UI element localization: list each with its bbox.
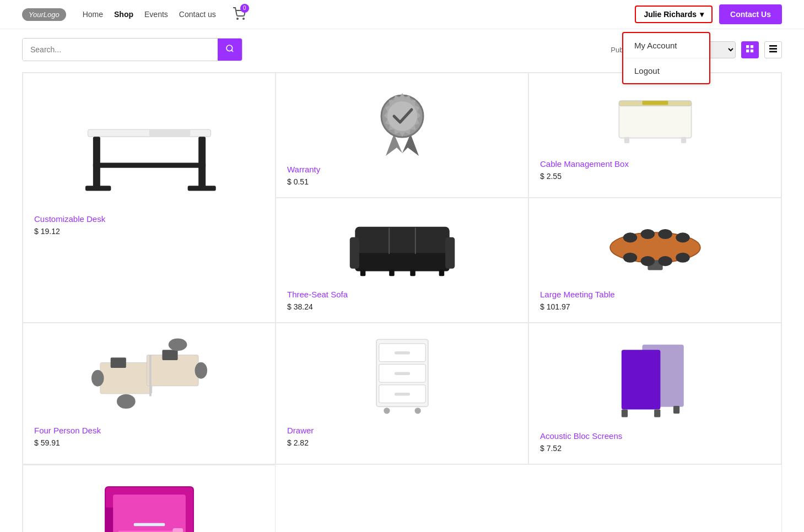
product-image-drawer	[287, 334, 517, 417]
svg-rect-8	[769, 45, 777, 47]
dropdown-my-account[interactable]: My Account	[623, 33, 709, 58]
svg-point-44	[623, 253, 636, 263]
svg-point-45	[640, 256, 654, 266]
dropdown-arrow-icon: ▾	[700, 10, 704, 19]
svg-rect-74	[133, 523, 164, 526]
svg-rect-37	[439, 270, 444, 276]
svg-rect-30	[349, 237, 359, 269]
svg-rect-9	[769, 48, 777, 50]
product-card-individual: Individual Workplace $ 22.56	[23, 465, 276, 532]
svg-rect-10	[769, 51, 777, 52]
product-name-acoustic[interactable]: Acoustic Bloc Screens	[540, 431, 622, 441]
product-name-cable-box[interactable]: Cable Management Box	[540, 159, 629, 169]
svg-point-54	[168, 339, 187, 351]
svg-point-53	[116, 394, 135, 409]
svg-rect-28	[355, 227, 449, 256]
product-card-meeting-table: Large Meeting Table $ 101.97	[528, 198, 781, 323]
svg-rect-72	[113, 495, 186, 532]
svg-rect-75	[172, 528, 183, 532]
product-name-warranty[interactable]: Warranty	[287, 165, 320, 174]
svg-point-0	[237, 18, 238, 19]
grid-view-button[interactable]	[741, 41, 759, 58]
svg-point-56	[195, 362, 207, 379]
svg-point-64	[384, 408, 390, 414]
user-dropdown-button[interactable]: Julie Richards ▾	[635, 6, 713, 23]
product-image-acoustic	[540, 334, 770, 422]
svg-point-41	[640, 229, 654, 239]
list-view-button[interactable]	[764, 41, 782, 58]
svg-rect-63	[394, 393, 409, 396]
svg-rect-70	[673, 406, 679, 414]
svg-point-43	[676, 232, 689, 242]
search-input[interactable]	[23, 39, 218, 61]
cart-icon[interactable]: 0	[233, 7, 246, 22]
search-input-wrap	[22, 38, 242, 61]
svg-rect-51	[110, 357, 126, 368]
svg-rect-67	[621, 350, 660, 409]
product-card-four-desk: Four Person Desk $ 59.91	[23, 323, 276, 464]
svg-rect-31	[445, 237, 455, 269]
product-price-drawer: $ 2.82	[287, 438, 309, 447]
svg-rect-13	[93, 137, 100, 188]
dropdown-logout[interactable]: Logout	[623, 58, 709, 83]
products-container: Customizable Desk $ 19.12	[0, 67, 804, 532]
product-name-customizable-desk[interactable]: Customizable Desk	[34, 214, 105, 224]
nav-home[interactable]: Home	[83, 10, 103, 19]
svg-rect-25	[642, 101, 668, 105]
svg-rect-23	[619, 102, 691, 138]
product-image-sofa	[287, 209, 517, 281]
nav-events[interactable]: Events	[144, 10, 168, 19]
svg-point-40	[623, 232, 636, 242]
svg-point-2	[226, 45, 233, 51]
logo[interactable]: YourLogo	[22, 8, 66, 21]
cart-badge: 0	[240, 4, 249, 13]
nav-shop[interactable]: Shop	[114, 10, 133, 19]
contact-us-button[interactable]: Contact Us	[719, 4, 782, 24]
product-price-meeting-table: $ 101.97	[540, 302, 570, 311]
search-button[interactable]	[218, 39, 242, 61]
product-name-meeting-table[interactable]: Large Meeting Table	[540, 290, 615, 299]
svg-rect-5	[751, 45, 753, 48]
svg-rect-35	[389, 270, 395, 276]
user-dropdown-menu: My Account Logout	[622, 32, 710, 84]
svg-rect-69	[654, 409, 660, 417]
svg-rect-68	[621, 409, 627, 417]
svg-rect-4	[746, 45, 749, 48]
product-card-acoustic: Acoustic Bloc Screens $ 7.52	[528, 323, 781, 464]
svg-rect-16	[187, 186, 215, 191]
product-image-meeting-table	[540, 209, 770, 281]
svg-point-65	[414, 408, 420, 414]
product-name-sofa[interactable]: Three-Seat Sofa	[287, 290, 348, 299]
product-image-cable-box	[540, 84, 770, 150]
svg-point-42	[658, 229, 672, 239]
product-price-customizable-desk: $ 19.12	[34, 227, 60, 236]
product-image-individual	[34, 476, 264, 532]
logo-area: YourLogo Home Shop Events Contact us 0	[22, 7, 246, 22]
svg-rect-15	[85, 186, 110, 191]
svg-point-46	[658, 256, 672, 266]
product-name-four-desk[interactable]: Four Person Desk	[34, 426, 101, 435]
product-price-cable-box: $ 2.55	[540, 172, 562, 181]
svg-rect-29	[355, 253, 449, 271]
svg-rect-61	[394, 372, 409, 375]
product-card-drawer: Drawer $ 2.82	[276, 323, 528, 464]
svg-rect-27	[681, 137, 686, 143]
main-nav: Home Shop Events Contact us 0	[83, 7, 246, 22]
svg-rect-6	[746, 49, 749, 52]
header: YourLogo Home Shop Events Contact us 0 J…	[0, 0, 804, 29]
svg-point-1	[243, 18, 244, 19]
product-name-drawer[interactable]: Drawer	[287, 426, 314, 435]
product-price-sofa: $ 38.24	[287, 302, 313, 311]
product-image-four-desk	[34, 334, 264, 417]
product-image-customizable-desk	[34, 84, 264, 205]
svg-rect-52	[162, 350, 177, 360]
product-grid: Customizable Desk $ 19.12	[22, 72, 782, 465]
svg-point-22	[387, 101, 417, 131]
svg-rect-17	[93, 163, 205, 168]
product-card-warranty: Warranty $ 0.51	[276, 73, 528, 198]
nav-contact-us[interactable]: Contact us	[179, 10, 216, 19]
svg-line-3	[231, 50, 233, 52]
svg-point-47	[676, 253, 689, 263]
svg-rect-7	[751, 49, 753, 52]
svg-rect-26	[624, 137, 629, 143]
